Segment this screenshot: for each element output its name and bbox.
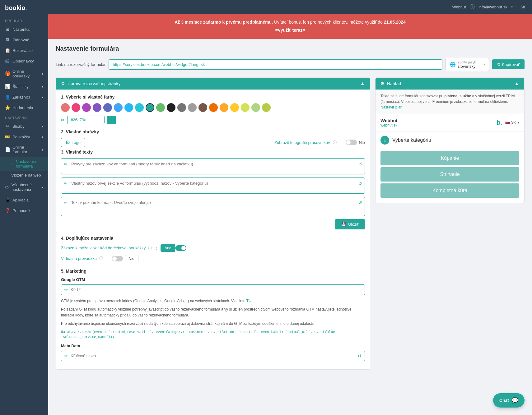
color-preview-swatch xyxy=(107,116,116,124)
sidebar-item-planovat[interactable]: 🗓 Plánovač xyxy=(0,35,48,45)
logo-button[interactable]: 🖼 Logo xyxy=(61,138,85,147)
poukazky-icon: 🎫 xyxy=(5,134,10,139)
sidebar-item-sluzby[interactable]: ✂ Služby ▾ xyxy=(0,121,48,131)
topbar-lang[interactable]: SK xyxy=(516,5,526,9)
color-text-input[interactable] xyxy=(67,116,105,124)
lang-select-content: Zvoľte jazyk slovenský xyxy=(458,60,476,69)
topbar-chevron-icon[interactable]: ▾ xyxy=(511,5,513,9)
color-swatch-11[interactable] xyxy=(177,103,186,112)
preview-title-text: Náhľad xyxy=(387,81,401,86)
lang-select[interactable]: 🌐 Zvoľte jazyk slovenský ▾ xyxy=(446,58,489,71)
gtm-tu-link[interactable]: TU xyxy=(246,299,251,303)
info-icon-voucher[interactable]: ⓘ xyxy=(148,245,152,251)
nastenka-icon: ⊞ xyxy=(5,27,10,32)
color-swatch-18[interactable] xyxy=(251,103,260,112)
color-swatch-5[interactable] xyxy=(114,103,123,112)
sidebar-item-poukazky[interactable]: 🎫 Poukážky ▾ xyxy=(0,131,48,142)
color-swatch-10[interactable] xyxy=(167,103,175,112)
sidebar-sub-item-nastavenie-formulara[interactable]: Nastavenie formulára xyxy=(0,157,48,171)
section5-title: 5. Marketing xyxy=(61,269,365,274)
preview-lang[interactable]: 🇸🇰 SK ▾ xyxy=(505,120,519,125)
category-btn-strihanie[interactable]: Strihanie xyxy=(380,167,519,182)
sidebar-item-online-formular[interactable]: 📄 Online formulár ▾ xyxy=(0,142,48,157)
color-swatch-0[interactable] xyxy=(61,103,70,112)
info-icon[interactable]: ⓘ xyxy=(470,4,475,10)
color-swatch-4[interactable] xyxy=(103,103,112,112)
sidebar-label-aplikacia: Aplikácia xyxy=(12,198,29,202)
color-swatch-19[interactable] xyxy=(262,103,271,112)
plan-link[interactable]: Nastaviť plán xyxy=(380,105,403,109)
color-swatch-14[interactable] xyxy=(209,103,218,112)
color-swatch-16[interactable] xyxy=(230,103,239,112)
main-content: Webhut ⓘ info@webhut.sk ▾ SK Až 3 mesiac… xyxy=(48,0,532,415)
edit-panel-toggle[interactable]: ▲ xyxy=(360,81,365,86)
save-button[interactable]: 💾 Uložiť xyxy=(335,219,365,229)
refresh-icon-1[interactable]: ↺ xyxy=(356,159,365,170)
flag-icon: 🇸🇰 xyxy=(505,120,510,125)
text-field-2: ✏ ↺ xyxy=(61,178,365,194)
virtual-toggle-switch[interactable] xyxy=(112,256,123,261)
color-swatch-12[interactable] xyxy=(188,103,197,112)
preview-panel-header: ⚙ Náhľad ▲ xyxy=(376,78,524,90)
info-icon-virtual[interactable]: ⓘ xyxy=(99,256,103,261)
refresh-icon-2[interactable]: ↺ xyxy=(356,178,365,189)
refresh-icon-meta[interactable]: ↺ xyxy=(358,353,362,358)
sidebar-item-zakaznici[interactable]: 👤 Zákazníci ▾ xyxy=(0,92,48,102)
sidebar-label-online-poukazky: Online poukážky xyxy=(12,69,39,78)
preview-panel-toggle[interactable]: ▲ xyxy=(514,81,519,86)
text-input-1[interactable] xyxy=(70,159,356,174)
sidebar-item-statistiky[interactable]: 📊 Štatistiky ▾ xyxy=(0,81,48,92)
color-swatch-7[interactable] xyxy=(135,103,144,112)
color-swatch-17[interactable] xyxy=(241,103,250,112)
color-swatch-1[interactable] xyxy=(72,103,80,112)
sidebar-item-online-poukazky[interactable]: 🎁 Online poukážky ▾ xyxy=(0,66,48,81)
color-swatch-9[interactable] xyxy=(156,103,165,112)
voucher-row: Zákazník môže vložiť kód darčekovej pouk… xyxy=(61,244,365,252)
hodnotenia-icon: ⭐ xyxy=(5,105,10,110)
chat-fab[interactable]: Chat 💬 xyxy=(493,393,525,408)
sidebar-item-nastenka[interactable]: ⊞ Nástenka xyxy=(0,24,48,35)
info-icon-photo[interactable]: ⓘ xyxy=(333,140,337,145)
copy-button[interactable]: ⧉ Kopírovať xyxy=(492,59,525,69)
chat-bubble-icon: 💬 xyxy=(511,397,518,404)
sidebar-label-poukazky: Poukážky xyxy=(12,135,30,139)
gtm-code-input[interactable] xyxy=(71,287,362,292)
refresh-icon-3[interactable]: ↺ xyxy=(356,197,365,208)
sidebar-item-vseobecne-nastavenia[interactable]: ⚙ Všeobecné nastavenia ▾ xyxy=(0,180,48,195)
gtm-title: Google GTM xyxy=(61,277,365,282)
preview-lang-text: SK xyxy=(511,120,516,125)
text-input-3[interactable] xyxy=(70,197,356,216)
voucher-yes-btn[interactable]: Áno xyxy=(161,244,175,252)
clearfix: 💾 Uložiť xyxy=(61,219,365,229)
globe-icon: 🌐 xyxy=(450,62,456,67)
link-input[interactable] xyxy=(109,59,442,70)
section4-title: 4. Doplňujúce nastavenia xyxy=(61,236,365,241)
sidebar-item-rezervacie[interactable]: 📋 Rezervácie xyxy=(0,45,48,56)
sidebar-item-pomocnik[interactable]: ❓ Pomocník xyxy=(0,205,48,216)
edit-panel-header: ⚙ Úprava rezervačnej stránky ▲ xyxy=(56,78,370,90)
sidebar-label-sluzby: Služby xyxy=(12,124,25,129)
sidebar-item-objednavky[interactable]: 🛒 Objednávky xyxy=(0,56,48,66)
link-row: Link na rezervačný formulár 🌐 Zvoľte jaz… xyxy=(56,58,525,71)
color-swatch-15[interactable] xyxy=(220,103,228,112)
text-input-2[interactable] xyxy=(70,178,356,193)
sidebar-sub-item-vlozenie-na-web[interactable]: Vloženie na web xyxy=(0,171,48,180)
color-swatch-2[interactable] xyxy=(82,103,91,112)
sidebar-item-hodnotenia[interactable]: ⭐ Hodnotenia xyxy=(0,102,48,113)
category-btn-kupanie[interactable]: Kúpanie xyxy=(380,151,519,165)
sidebar-label-online-formular: Online formulár xyxy=(12,145,39,154)
virtual-no-label[interactable]: Nie xyxy=(125,255,138,262)
sidebar-item-aplikacia[interactable]: 📱 Aplikácia xyxy=(0,195,48,205)
color-swatch-6[interactable] xyxy=(124,103,133,112)
category-btn-kompletna[interactable]: Kompletná kúra xyxy=(380,183,519,198)
color-swatch-8[interactable] xyxy=(146,103,154,112)
step-number: 1 xyxy=(380,136,389,145)
color-swatch-13[interactable] xyxy=(198,103,207,112)
color-swatch-3[interactable] xyxy=(93,103,101,112)
photo-toggle[interactable] xyxy=(346,140,357,145)
promo-link[interactable]: =Využiť teraz= xyxy=(54,27,526,34)
save-icon: 💾 xyxy=(341,222,346,227)
voucher-toggle-switch[interactable] xyxy=(175,245,186,251)
meta-keywords-input[interactable] xyxy=(71,353,355,358)
promo-text: Až 3 mesiace zadarmo k prvému predplatné… xyxy=(54,19,526,25)
